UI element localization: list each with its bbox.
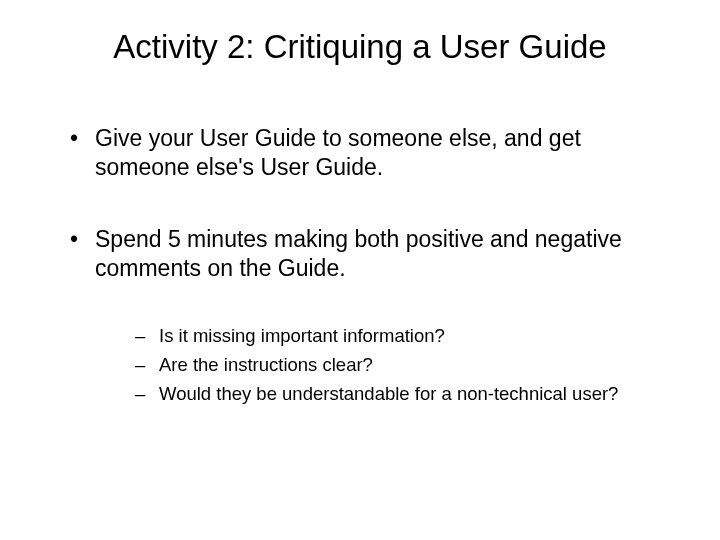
slide-container: Activity 2: Critiquing a User Guide Give… [0,0,720,540]
slide-title: Activity 2: Critiquing a User Guide [55,28,665,66]
bullet-item: Spend 5 minutes making both positive and… [67,225,665,407]
main-bullet-list: Give your User Guide to someone else, an… [55,124,665,407]
bullet-item: Give your User Guide to someone else, an… [67,124,665,183]
sub-bullet-item: Would they be understandable for a non-t… [135,382,665,407]
sub-bullet-list: Is it missing important information? Are… [95,324,665,407]
sub-bullet-item: Is it missing important information? [135,324,665,349]
bullet-text: Spend 5 minutes making both positive and… [95,226,622,281]
sub-bullet-item: Are the instructions clear? [135,353,665,378]
